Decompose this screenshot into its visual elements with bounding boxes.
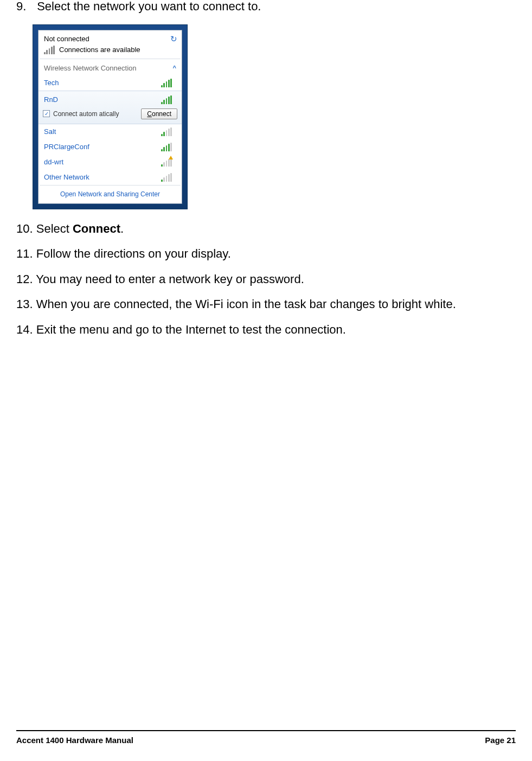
availability-text: Connections are available — [59, 46, 140, 54]
signal-bars-icon — [161, 127, 172, 136]
chevron-up-icon: ^ — [173, 65, 176, 71]
wireless-section-header[interactable]: Wireless Network Connection ^ — [39, 59, 182, 75]
network-name: PRClargeConf — [44, 143, 89, 151]
connect-rest: onnect — [152, 110, 171, 118]
network-item-rnd-selected[interactable]: RnD ✓ Connect autom atically Connect — [39, 91, 182, 124]
network-item-tech[interactable]: Tech — [39, 75, 182, 91]
step-12: 12. You may need to enter a network key … — [16, 272, 516, 287]
step-prefix: Select — [36, 222, 73, 235]
network-name: Salt — [44, 127, 56, 136]
network-item-prclargeconf[interactable]: PRClargeConf — [39, 139, 182, 155]
network-name: Other Network — [44, 173, 89, 181]
step-10: 10. Select Connect. — [16, 221, 516, 237]
connect-controls: ✓ Connect autom atically Connect — [39, 108, 182, 119]
footer-title: Accent 1400 Hardware Manual — [16, 736, 133, 745]
signal-bars-icon — [161, 79, 172, 87]
step-text: Exit the menu and go to the Internet to … — [36, 323, 346, 336]
step-13: 13. When you are connected, the Wi-Fi ic… — [16, 297, 516, 312]
status-row: Not connected ↻ — [39, 30, 182, 46]
link-text: Open Network and Sharing Center — [60, 190, 160, 198]
network-item-salt[interactable]: Salt — [39, 124, 182, 139]
step-text: When you are connected, the Wi-Fi icon i… — [36, 297, 456, 311]
connect-underline: C — [147, 110, 152, 118]
step-number: 10. — [16, 222, 33, 235]
step-number: 12. — [16, 272, 33, 286]
network-name: dd-wrt — [44, 158, 63, 166]
signal-bars-warning-icon — [161, 158, 172, 167]
network-name: Tech — [44, 79, 59, 87]
checkbox-icon: ✓ — [43, 110, 50, 117]
refresh-icon[interactable]: ↻ — [170, 34, 177, 44]
section-label: Wireless Network Connection — [44, 64, 137, 72]
signal-bars-icon — [161, 173, 172, 182]
page-footer: Accent 1400 Hardware Manual Page 21 — [16, 730, 516, 745]
availability-row: Connections are available — [39, 46, 182, 59]
open-network-center-link[interactable]: Open Network and Sharing Center — [39, 186, 182, 203]
signal-bars-icon — [161, 95, 172, 104]
connect-button[interactable]: Connect — [141, 108, 177, 119]
step-number: 9. — [16, 0, 34, 15]
step-bold: Connect — [73, 222, 120, 235]
step-14: 14. Exit the menu and go to the Internet… — [16, 322, 516, 338]
network-name: RnD — [44, 95, 58, 104]
step-number: 13. — [16, 297, 33, 311]
checkbox-label: Connect autom atically — [53, 110, 119, 118]
status-text: Not connected — [44, 35, 89, 43]
flyout-panel: Not connected ↻ Connections are availabl… — [38, 30, 182, 204]
step-11: 11. Follow the directions on your displa… — [16, 246, 516, 262]
step-text: Select the network you want to connect t… — [37, 0, 261, 13]
signal-bars-icon — [44, 46, 55, 54]
step-text: You may need to enter a network key or p… — [36, 272, 304, 286]
footer-page: Page 21 — [485, 736, 516, 745]
flyout-border: Not connected ↻ Connections are availabl… — [33, 24, 188, 209]
network-item-ddwrt[interactable]: dd-wrt — [39, 155, 182, 170]
step-suffix: . — [120, 222, 124, 235]
step-number: 11. — [16, 247, 33, 260]
step-text: Follow the directions on your display. — [36, 247, 231, 260]
step-number: 14. — [16, 323, 33, 336]
footer-rule — [16, 730, 516, 731]
connect-automatically-checkbox[interactable]: ✓ Connect autom atically — [43, 110, 119, 118]
network-item-other[interactable]: Other Network — [39, 170, 182, 185]
screenshot-wireless-flyout: Not connected ↻ Connections are availabl… — [33, 24, 516, 209]
signal-bars-icon — [161, 143, 172, 151]
step-9: 9. Select the network you want to connec… — [16, 0, 516, 15]
